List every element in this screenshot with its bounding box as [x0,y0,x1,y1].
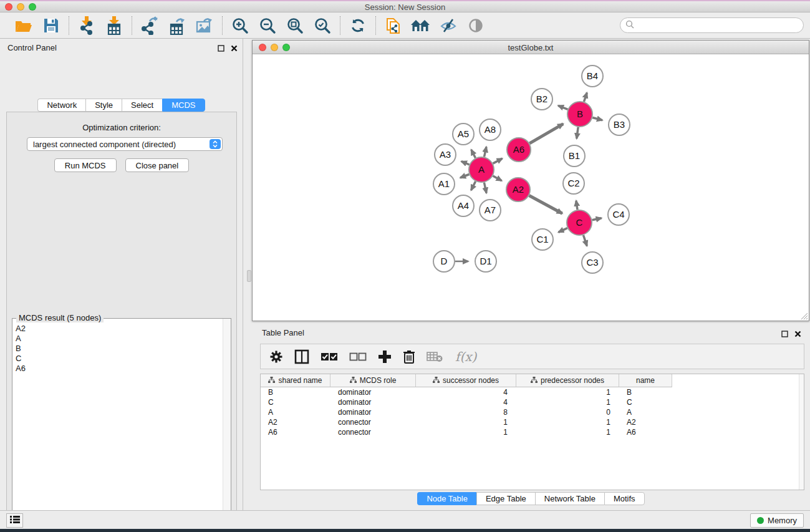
cell-name[interactable]: C [619,397,672,407]
graph-node-C3[interactable]: C3 [582,252,603,273]
cell-shared-name[interactable]: A [261,407,330,417]
window-resize-grip[interactable] [799,311,808,320]
zoom-selected-icon[interactable] [311,16,334,36]
export-table-icon[interactable] [166,16,188,36]
node-table[interactable]: shared nameMCDS rolesuccessor nodesprede… [260,374,804,490]
import-table-icon[interactable] [103,16,125,36]
settings-gear-icon[interactable] [269,350,283,364]
graph-node-A4[interactable]: A4 [453,195,474,216]
search-input[interactable] [637,19,803,32]
cell-predecessor-nodes[interactable]: 1 [516,397,619,407]
delete-row-icon[interactable] [403,349,415,364]
cell-MCDS-role[interactable]: dominator [330,387,416,397]
cell-predecessor-nodes[interactable]: 1 [516,387,619,397]
panel-divider-grip[interactable] [247,270,251,282]
tab-node-table[interactable]: Node Table [417,492,476,505]
mcds-result-item[interactable]: A2 [13,324,222,334]
table-row[interactable]: Cdominator41C [261,397,804,407]
table-row[interactable]: Adominator80A [261,407,804,417]
column-layout-icon[interactable] [294,349,309,364]
memory-button[interactable]: Memory [750,513,804,528]
save-session-icon[interactable] [40,16,62,36]
close-table-panel-icon[interactable] [794,329,801,340]
graph-node-A7[interactable]: A7 [480,200,501,221]
graph-node-B4[interactable]: B4 [582,65,603,87]
criterion-select[interactable]: largest connected component (directed) [27,137,223,151]
cell-MCDS-role[interactable]: connector [330,417,416,427]
graph-node-D[interactable]: D [433,251,455,272]
graph-node-A6[interactable]: A6 [507,138,531,162]
tab-network[interactable]: Network [37,99,85,112]
open-session-icon[interactable] [12,16,35,36]
graph-node-A2[interactable]: A2 [506,178,530,201]
table-row[interactable]: Bdominator41B [261,387,804,397]
cell-MCDS-role[interactable]: dominator [330,407,416,417]
graph-node-A8[interactable]: A8 [480,119,501,140]
column-header-shared-name[interactable]: shared name [261,374,330,387]
mcds-result-scrollbar[interactable] [223,319,231,531]
export-image-icon[interactable] [193,16,216,36]
copy-network-icon[interactable] [382,16,405,36]
mcds-result-item[interactable]: C [13,354,222,364]
graph-node-A5[interactable]: A5 [453,123,474,145]
cell-predecessor-nodes[interactable]: 1 [516,427,619,437]
mcds-result-item[interactable]: A6 [13,364,222,374]
cell-successor-nodes[interactable]: 8 [416,407,516,417]
column-header-predecessor-nodes[interactable]: predecessor nodes [516,374,619,387]
network-canvas[interactable]: AA1A2A3A4A5A6A7A8BB1B2B3B4CC1C2C3C4DD1 [253,54,809,321]
mcds-result-item[interactable]: B [13,344,222,354]
column-header-successor-nodes[interactable]: successor nodes [416,374,516,387]
tab-edge-table[interactable]: Edge Table [476,492,535,505]
cell-shared-name[interactable]: A2 [261,417,330,427]
cell-successor-nodes[interactable]: 4 [416,397,516,407]
cell-MCDS-role[interactable]: connector [330,427,416,437]
zoom-in-icon[interactable] [229,16,251,36]
graph-node-C4[interactable]: C4 [608,204,629,225]
float-panel-icon[interactable] [218,43,224,54]
zoom-out-icon[interactable] [256,16,279,36]
tab-network-table[interactable]: Network Table [535,492,604,505]
cell-name[interactable]: A6 [619,427,672,437]
graph-node-B2[interactable]: B2 [531,89,552,110]
graph-node-B3[interactable]: B3 [609,114,630,135]
graph-node-C2[interactable]: C2 [563,173,584,194]
deselect-all-icon[interactable] [349,352,367,361]
search-field[interactable] [620,17,804,33]
tab-mcds[interactable]: MCDS [162,99,205,112]
graph-node-C[interactable]: C [567,210,592,235]
import-network-icon[interactable] [75,16,98,36]
tab-select[interactable]: Select [122,99,162,112]
cell-shared-name[interactable]: A6 [261,427,330,437]
cell-shared-name[interactable]: B [261,387,330,397]
graph-node-B1[interactable]: B1 [564,145,585,167]
refresh-layout-icon[interactable] [347,16,369,36]
add-row-icon[interactable] [378,350,392,364]
select-all-icon[interactable] [321,352,338,361]
task-history-button[interactable] [6,513,23,528]
graph-node-B[interactable]: B [567,102,592,127]
home-icon[interactable] [410,16,432,36]
tab-motifs[interactable]: Motifs [604,492,645,505]
cell-name[interactable]: A [619,407,672,417]
cell-shared-name[interactable]: C [261,397,330,407]
mcds-result-item[interactable]: A [13,334,222,344]
cell-successor-nodes[interactable]: 1 [416,427,516,437]
close-panel-button[interactable]: Close panel [125,158,190,172]
network-window-titlebar[interactable]: testGlobe.txt [253,41,809,54]
cell-MCDS-role[interactable]: dominator [330,397,416,407]
cell-successor-nodes[interactable]: 1 [416,417,516,427]
column-header-MCDS-role[interactable]: MCDS role [330,374,416,387]
graph-node-A[interactable]: A [469,157,494,182]
table-row[interactable]: A2connector11A2 [261,417,804,427]
zoom-fit-icon[interactable] [284,16,306,36]
column-header-name[interactable]: name [619,374,672,387]
graph-node-D1[interactable]: D1 [475,251,496,272]
close-panel-icon[interactable] [231,43,238,54]
cell-successor-nodes[interactable]: 4 [416,387,516,397]
cell-predecessor-nodes[interactable]: 1 [516,417,619,427]
graph-node-C1[interactable]: C1 [532,229,553,250]
cell-predecessor-nodes[interactable]: 0 [516,407,619,417]
graph-node-A3[interactable]: A3 [435,144,456,165]
tab-style[interactable]: Style [85,99,122,112]
table-row[interactable]: A6connector11A6 [261,427,804,437]
